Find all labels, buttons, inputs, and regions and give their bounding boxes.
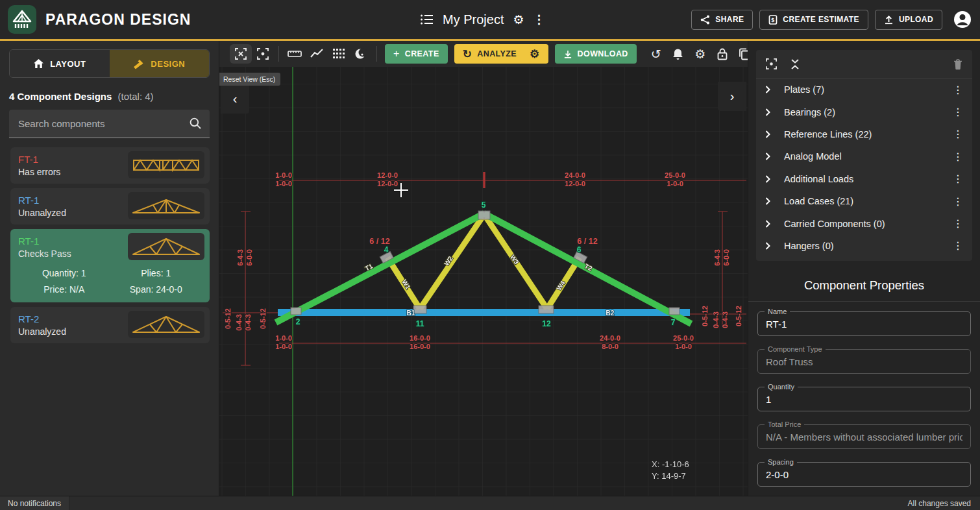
canvas-grid — [219, 41, 748, 496]
tree-item-hangers[interactable]: Hangers (0) ⋮ — [756, 235, 972, 257]
tree-item-plates[interactable]: Plates (7) ⋮ — [756, 79, 972, 101]
component-card-rt1-unanalyzed[interactable]: RT-1 Unanalyzed — [10, 188, 210, 225]
download-icon — [563, 49, 572, 59]
item-menu-icon[interactable]: ⋮ — [953, 173, 963, 185]
project-list-icon[interactable] — [421, 14, 434, 25]
header-actions: SHARE $ CREATE ESTIMATE UPLOAD — [691, 0, 972, 39]
download-button[interactable]: DOWNLOAD — [555, 44, 637, 64]
app-logo-icon[interactable] — [8, 5, 36, 34]
chevron-left-icon: ‹ — [233, 91, 238, 106]
tree-item-reference-lines[interactable]: Reference Lines (22) ⋮ — [756, 123, 972, 145]
reset-view-tooltip: Reset View (Esc) — [219, 73, 280, 86]
measure-button[interactable] — [284, 44, 306, 64]
tree-item-load-cases[interactable]: Load Cases (21) ⋮ — [756, 190, 972, 212]
component-thumbnail — [128, 151, 204, 178]
design-tools-icon — [133, 58, 145, 69]
name-input[interactable] — [758, 312, 970, 335]
detail-price: Price: N/A — [18, 284, 110, 295]
expand-panel-button[interactable]: › — [718, 82, 746, 111]
save-status: All changes saved — [908, 499, 980, 508]
tree-item-additional-loads[interactable]: Additional Loads ⋮ — [756, 168, 972, 190]
design-canvas[interactable]: 1-0-01-0-0 12-0-012-0-0 24-0-012-0-0 25-… — [219, 41, 748, 496]
item-menu-icon[interactable]: ⋮ — [953, 195, 963, 208]
grid-icon — [332, 48, 345, 60]
create-estimate-button[interactable]: $ CREATE ESTIMATE — [759, 10, 868, 30]
component-card-rt1-selected[interactable]: RT-1 Checks Pass Quantity: 1 Plies: 1 Pr… — [10, 229, 210, 302]
create-label: CREATE — [405, 49, 439, 58]
upload-icon — [884, 15, 894, 25]
item-menu-icon[interactable]: ⋮ — [953, 84, 963, 96]
grid-toggle-button[interactable] — [328, 44, 350, 64]
svg-text:B2: B2 — [606, 310, 615, 317]
field-label: Name — [765, 308, 790, 315]
tree-item-bearings[interactable]: Bearings (2) ⋮ — [756, 101, 972, 123]
estimate-tag-icon: $ — [768, 15, 778, 25]
svg-text:2: 2 — [296, 317, 300, 326]
quantity-input[interactable] — [758, 387, 970, 411]
svg-text:6 / 12: 6 / 12 — [369, 237, 389, 246]
notifications-status[interactable]: No notifications — [0, 496, 69, 510]
svg-text:0-4-3: 0-4-3 — [712, 311, 720, 328]
chevron-right-icon — [765, 197, 770, 205]
total-price-input — [758, 425, 970, 448]
svg-text:1-0-0: 1-0-0 — [675, 343, 692, 350]
share-button[interactable]: SHARE — [691, 10, 753, 30]
collapse-all-icon[interactable] — [790, 58, 800, 70]
tab-layout[interactable]: LAYOUT — [10, 50, 110, 77]
history-icon: ↺ — [651, 47, 661, 62]
tree-focus-icon[interactable] — [765, 58, 778, 70]
item-menu-icon[interactable]: ⋮ — [953, 239, 963, 252]
analyze-button[interactable]: ↻ ANALYZE ⚙ — [454, 44, 548, 64]
svg-text:6-0-0: 6-0-0 — [722, 249, 730, 266]
heading-text: 4 Component Designs — [9, 91, 112, 102]
svg-text:0-5-12: 0-5-12 — [259, 308, 267, 329]
create-button[interactable]: + CREATE — [385, 44, 448, 64]
svg-text:24-0-0: 24-0-0 — [565, 171, 585, 179]
accent-divider — [0, 39, 980, 41]
item-menu-icon[interactable]: ⋮ — [953, 128, 963, 140]
project-menu-icon[interactable]: ⋮ — [533, 14, 545, 25]
tree-item-carried-components[interactable]: Carried Components (0) ⋮ — [756, 212, 972, 234]
lock-button[interactable] — [711, 44, 733, 64]
component-card-rt2[interactable]: RT-2 Unanalyzed — [10, 307, 210, 343]
search-icon[interactable] — [189, 117, 202, 130]
spacing-input[interactable] — [758, 463, 970, 486]
component-card-ft1[interactable]: FT-1 Has errors — [10, 147, 210, 184]
component-list-heading: 4 Component Designs (total: 4) — [9, 91, 210, 102]
notifications-button[interactable] — [667, 44, 689, 64]
item-menu-icon[interactable]: ⋮ — [953, 106, 963, 118]
item-menu-icon[interactable]: ⋮ — [953, 151, 963, 163]
svg-text:16-0-0: 16-0-0 — [410, 343, 430, 350]
tree-item-label: Hangers (0) — [784, 241, 953, 251]
analysis-plot-button[interactable] — [306, 44, 328, 64]
account-avatar-icon[interactable] — [953, 10, 972, 29]
tab-design-label: DESIGN — [151, 59, 185, 69]
roof-truss-thumbnail-icon — [132, 195, 201, 216]
design-canvas-area: 1-0-01-0-0 12-0-012-0-0 24-0-012-0-0 25-… — [219, 41, 748, 496]
svg-text:25-0-0: 25-0-0 — [673, 334, 694, 342]
history-button[interactable]: ↺ — [645, 44, 667, 64]
item-menu-icon[interactable]: ⋮ — [953, 217, 963, 230]
duplicate-button[interactable] — [733, 44, 748, 64]
settings-button[interactable]: ⚙ — [689, 44, 711, 64]
properties-form: Name Component Type Quantity Total Price… — [748, 302, 980, 487]
svg-text:1-0-0: 1-0-0 — [275, 171, 292, 179]
delete-icon[interactable] — [953, 58, 963, 70]
component-details: Quantity: 1 Plies: 1 Price: N/A Span: 24… — [18, 268, 202, 296]
tab-design[interactable]: DESIGN — [110, 50, 210, 77]
center-focus-button[interactable] — [252, 44, 274, 64]
svg-text:16-0-0: 16-0-0 — [410, 334, 430, 342]
upload-button[interactable]: UPLOAD — [875, 10, 942, 30]
flat-truss-thumbnail-icon — [132, 155, 201, 175]
tree-item-analog-model[interactable]: Analog Model ⋮ — [756, 145, 972, 167]
search-input[interactable] — [9, 110, 210, 138]
project-settings-icon[interactable]: ⚙ — [513, 14, 524, 26]
reset-view-button[interactable] — [230, 44, 252, 64]
theme-toggle-button[interactable] — [350, 44, 372, 64]
collapse-sidebar-button[interactable]: ‹ — [221, 84, 249, 114]
chevron-right-icon: › — [730, 89, 735, 103]
component-thumbnail — [128, 233, 204, 260]
analyze-settings-icon[interactable]: ⚙ — [530, 47, 540, 61]
plate-node-11 — [413, 306, 426, 313]
svg-text:0-5-12: 0-5-12 — [224, 308, 232, 329]
